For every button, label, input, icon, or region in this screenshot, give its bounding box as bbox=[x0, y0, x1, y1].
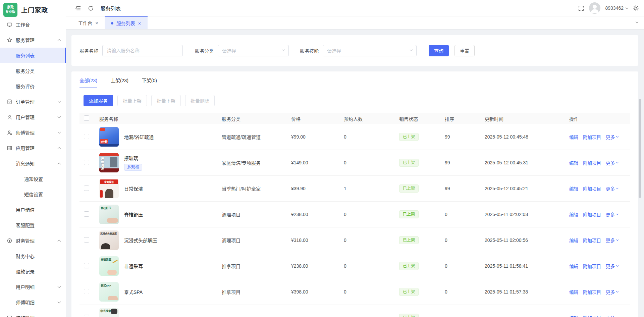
close-icon[interactable]: × bbox=[95, 20, 98, 26]
add-service-button[interactable]: 添加服务 bbox=[84, 95, 113, 106]
tab-workbench[interactable]: 工作台 × bbox=[72, 16, 105, 29]
service-bookings: 0 bbox=[342, 212, 397, 217]
more-link[interactable]: 更多 bbox=[606, 288, 618, 295]
select-all-checkbox[interactable] bbox=[84, 115, 89, 121]
addon-link[interactable]: 附加项目 bbox=[583, 288, 601, 295]
gear-icon[interactable] bbox=[633, 5, 639, 11]
chevron-down-icon bbox=[626, 6, 628, 9]
service-name: 地漏/浴缸疏通 bbox=[124, 134, 154, 140]
edit-link[interactable]: 编辑 bbox=[569, 314, 578, 317]
addon-link[interactable]: 附加项目 bbox=[583, 263, 601, 269]
addon-link[interactable]: 附加项目 bbox=[583, 211, 601, 218]
status-badge: 已上架 bbox=[399, 210, 419, 218]
more-link[interactable]: 更多 bbox=[606, 159, 618, 166]
chevron-down-icon bbox=[616, 264, 619, 267]
sidebar-item-notify-settings[interactable]: 通知设置 bbox=[0, 171, 66, 187]
table-row: 玻璃清洗 擦玻璃 多规格 家庭清洁/专项服务 ¥149.00 0 已上架 99 … bbox=[79, 150, 630, 176]
service-skill-select[interactable]: 请选择 bbox=[323, 45, 417, 56]
edit-link[interactable]: 编辑 bbox=[569, 263, 578, 269]
batch-on-shelf-button[interactable]: 批量上架 bbox=[117, 95, 147, 106]
col-updated: 更新时间 bbox=[483, 115, 567, 122]
worker-icon bbox=[7, 130, 12, 136]
addon-link[interactable]: 附加项目 bbox=[583, 314, 601, 317]
edit-link[interactable]: 编辑 bbox=[569, 288, 578, 295]
col-sort: 排序 bbox=[443, 115, 483, 122]
service-category-select[interactable]: 请选择 bbox=[218, 45, 289, 56]
row-checkbox[interactable] bbox=[84, 289, 89, 294]
row-checkbox[interactable] bbox=[84, 315, 89, 317]
col-actions: 操作 bbox=[567, 115, 630, 122]
more-link[interactable]: 更多 bbox=[606, 134, 618, 140]
search-button[interactable]: 查询 bbox=[429, 45, 449, 56]
service-sort: 99 bbox=[443, 160, 483, 165]
service-name: 沉浸式头部解压 bbox=[124, 237, 157, 244]
sidebar-item-decoration-management[interactable]: 装修管理 bbox=[0, 310, 66, 317]
sidebar-item-service-review[interactable]: 服务评价 bbox=[0, 78, 66, 94]
row-checkbox[interactable] bbox=[84, 211, 89, 217]
sidebar-item-service-list[interactable]: 服务列表 bbox=[0, 48, 66, 63]
sidebar-item-customer-service-config[interactable]: 客服配置 bbox=[0, 217, 66, 233]
edit-link[interactable]: 编辑 bbox=[569, 237, 578, 244]
more-link[interactable]: 更多 bbox=[606, 185, 618, 192]
service-skill-label: 服务技能 bbox=[300, 47, 319, 54]
addon-link[interactable]: 附加项目 bbox=[583, 185, 601, 192]
sidebar-item-workbench[interactable]: 工作台 bbox=[0, 17, 66, 32]
sidebar-item-message-notify[interactable]: 消息通知 bbox=[0, 156, 66, 171]
sidebar-item-user-management[interactable]: 用户管理 bbox=[0, 109, 66, 125]
batch-off-shelf-button[interactable]: 批量下架 bbox=[151, 95, 181, 106]
sidebar-item-finance-management[interactable]: 财务管理 bbox=[0, 233, 66, 248]
row-checkbox[interactable] bbox=[84, 263, 89, 268]
edit-link[interactable]: 编辑 bbox=[569, 159, 578, 166]
service-list-panel: 全部(23) 上架(23) 下架(0) 添加服务 批量上架 批量下架 批量删除 … bbox=[71, 71, 638, 317]
reset-button[interactable]: 重置 bbox=[454, 45, 475, 56]
addon-link[interactable]: 附加项目 bbox=[583, 134, 601, 140]
more-link[interactable]: 更多 bbox=[606, 211, 618, 218]
edit-link[interactable]: 编辑 bbox=[569, 185, 578, 192]
app-window: 家政 专业版 上门家政 工作台 服务管理 服务列表 服务分类 服务评价 bbox=[0, 0, 644, 317]
close-icon[interactable]: × bbox=[138, 20, 141, 26]
batch-delete-button[interactable]: 批量删除 bbox=[185, 95, 215, 106]
menu-fold-icon[interactable] bbox=[75, 5, 81, 11]
tab-service-list[interactable]: 服务列表 × bbox=[105, 16, 148, 29]
service-thumbnail: 5分钟 bbox=[99, 127, 119, 147]
tab-off-shelf[interactable]: 下架(0) bbox=[142, 77, 157, 88]
sidebar-item-user-stored-value[interactable]: 用户储值 bbox=[0, 202, 66, 217]
sidebar-item-master-management[interactable]: 师傅管理 bbox=[0, 125, 66, 140]
row-checkbox[interactable] bbox=[84, 186, 89, 191]
tab-options-chevron-icon[interactable] bbox=[636, 20, 638, 23]
edit-link[interactable]: 编辑 bbox=[569, 211, 578, 218]
sidebar-item-order-management[interactable]: 订单管理 bbox=[0, 94, 66, 109]
col-category: 服务分类 bbox=[220, 115, 289, 122]
sidebar-item-user-details[interactable]: 用户明细 bbox=[0, 279, 66, 295]
sidebar-item-finance-center[interactable]: 财务中心 bbox=[0, 248, 66, 264]
fullscreen-icon[interactable] bbox=[578, 5, 584, 11]
sidebar-item-master-details[interactable]: 师傅明细 bbox=[0, 295, 66, 310]
row-checkbox[interactable] bbox=[84, 237, 89, 243]
table-row: 脊柱舒压 脊椎舒压 调理项目 ¥238.00 0 已上架 0 2025-05-1… bbox=[79, 202, 630, 227]
status-badge: 已上架 bbox=[399, 288, 419, 296]
more-link[interactable]: 更多 bbox=[606, 314, 618, 317]
order-doc-icon bbox=[7, 99, 12, 105]
more-link[interactable]: 更多 bbox=[606, 263, 618, 269]
tab-on-shelf[interactable]: 上架(23) bbox=[111, 77, 128, 88]
avatar[interactable] bbox=[589, 2, 600, 14]
vertical-scrollbar[interactable] bbox=[639, 99, 641, 198]
sidebar-item-app-management[interactable]: 应用管理 bbox=[0, 140, 66, 156]
sidebar-item-service-management[interactable]: 服务管理 bbox=[0, 32, 66, 48]
sidebar-item-refund-records[interactable]: 退款记录 bbox=[0, 264, 66, 279]
row-checkbox[interactable] bbox=[84, 134, 89, 139]
addon-link[interactable]: 附加项目 bbox=[583, 237, 601, 244]
edit-link[interactable]: 编辑 bbox=[569, 134, 578, 140]
sidebar-item-sms-settings[interactable]: 短信设置 bbox=[0, 187, 66, 202]
multi-spec-badge: 多规格 bbox=[124, 164, 142, 171]
user-menu[interactable]: 8933462 bbox=[605, 5, 628, 11]
refresh-icon[interactable] bbox=[88, 5, 94, 11]
service-bookings: 0 bbox=[342, 134, 397, 140]
service-thumbnail: 非遗采耳 bbox=[99, 256, 119, 276]
sidebar-item-service-category[interactable]: 服务分类 bbox=[0, 63, 66, 78]
row-checkbox[interactable] bbox=[84, 160, 89, 165]
tab-all[interactable]: 全部(23) bbox=[79, 77, 97, 88]
service-name-input[interactable] bbox=[102, 45, 183, 56]
addon-link[interactable]: 附加项目 bbox=[583, 159, 601, 166]
more-link[interactable]: 更多 bbox=[606, 237, 618, 244]
